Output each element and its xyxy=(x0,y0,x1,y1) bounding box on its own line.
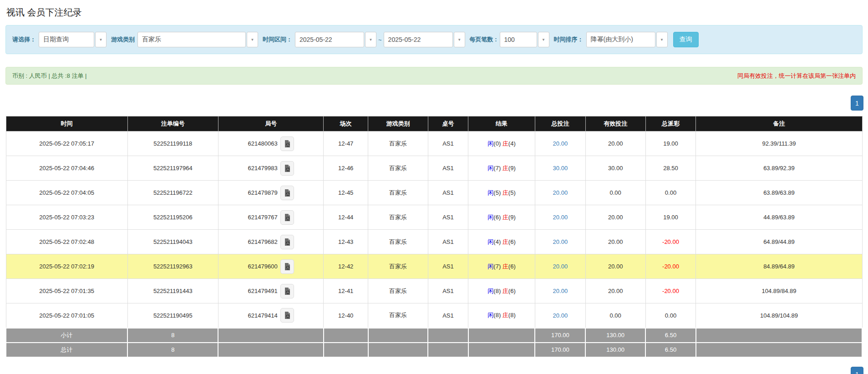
cell-round-id: 621479879 xyxy=(218,181,323,205)
cell-table-no: AS1 xyxy=(428,230,468,254)
footer-empty xyxy=(468,328,535,343)
video-replay-icon[interactable] xyxy=(280,308,294,323)
cell-total-bet: 20.00 xyxy=(535,181,585,205)
cell-total-bet: 20.00 xyxy=(535,279,585,303)
cell-table-no: AS1 xyxy=(428,131,468,156)
video-replay-icon[interactable] xyxy=(280,210,294,225)
column-header: 备注 xyxy=(696,116,862,131)
result-player-score: (8) xyxy=(493,288,503,294)
total-bet-link[interactable]: 20.00 xyxy=(553,140,568,147)
column-header: 注单编号 xyxy=(127,116,218,131)
cell-game-type: 百家乐 xyxy=(368,254,428,279)
table-row: 2025-05-22 07:01:05522521190495621479414… xyxy=(6,303,862,328)
total-bet-link[interactable]: 20.00 xyxy=(553,288,568,294)
cell-round-id: 621480063 xyxy=(218,131,323,156)
footer-empty xyxy=(218,343,323,357)
cell-session: 12-41 xyxy=(324,279,368,303)
query-button[interactable]: 查询 xyxy=(673,32,699,47)
cell-note: 44.89/63.89 xyxy=(696,205,862,230)
cell-payout: 19.00 xyxy=(645,131,696,156)
chevron-down-icon[interactable]: ▼ xyxy=(365,32,376,47)
cell-bet-id: 522521199118 xyxy=(127,131,218,156)
cell-table-no: AS1 xyxy=(428,303,468,328)
round-id-with-replay: 621479682 xyxy=(248,235,294,249)
cell-time: 2025-05-22 07:01:35 xyxy=(6,279,127,303)
page-size-value[interactable]: 100 xyxy=(500,32,537,47)
chevron-down-icon[interactable]: ▼ xyxy=(656,32,668,47)
page-1-button[interactable]: 1 xyxy=(851,96,863,111)
footer-valid-bet: 130.00 xyxy=(585,343,645,357)
total-bet-link[interactable]: 20.00 xyxy=(553,238,568,245)
range-separator: ~ xyxy=(378,36,382,43)
date-to-select[interactable]: 2025-05-22 ▼ xyxy=(384,32,465,47)
cell-round-id: 621479767 xyxy=(218,205,323,230)
chevron-down-icon[interactable]: ▼ xyxy=(454,32,465,47)
cell-session: 12-42 xyxy=(324,254,368,279)
chevron-down-icon[interactable]: ▼ xyxy=(95,32,107,47)
cell-bet-id: 522521197964 xyxy=(127,156,218,181)
cell-result: 闲(6) 庄(9) xyxy=(468,205,535,230)
total-bet-link[interactable]: 30.00 xyxy=(553,165,568,172)
cell-payout: 0.00 xyxy=(645,181,696,205)
query-type-select[interactable]: 日期查询 ▼ xyxy=(39,32,107,47)
total-bet-link[interactable]: 20.00 xyxy=(553,312,568,319)
total-bet-link[interactable]: 20.00 xyxy=(553,214,568,221)
round-id-with-replay: 621479983 xyxy=(248,161,294,176)
video-replay-icon[interactable] xyxy=(280,259,294,274)
total-bet-link[interactable]: 20.00 xyxy=(553,189,568,196)
video-replay-icon[interactable] xyxy=(280,235,294,249)
table-row: 2025-05-22 07:02:19522521192963621479600… xyxy=(6,254,862,279)
cell-time: 2025-05-22 07:01:05 xyxy=(6,303,127,328)
total-bet-link[interactable]: 20.00 xyxy=(553,263,568,270)
result-banker-label: 庄 xyxy=(503,165,508,172)
cell-game-type: 百家乐 xyxy=(368,205,428,230)
result-banker-label: 庄 xyxy=(503,238,508,245)
chevron-down-icon[interactable]: ▼ xyxy=(247,32,258,47)
table-row: 2025-05-22 07:05:17522521199118621480063… xyxy=(6,131,862,156)
result-banker-score: (9) xyxy=(508,214,516,221)
sort-value[interactable]: 降幂(由大到小) xyxy=(586,32,655,47)
round-id-text: 621479879 xyxy=(248,189,278,196)
result-banker-label: 庄 xyxy=(503,214,508,221)
page-1-button[interactable]: 1 xyxy=(851,367,863,374)
date-to-value[interactable]: 2025-05-22 xyxy=(384,32,453,47)
footer-payout: 6.50 xyxy=(645,343,696,357)
query-type-label: 请选择： xyxy=(12,35,36,44)
cell-note: 63.89/63.89 xyxy=(696,181,862,205)
sort-select[interactable]: 降幂(由大到小) ▼ xyxy=(586,32,668,47)
chevron-down-icon[interactable]: ▼ xyxy=(538,32,549,47)
cell-time: 2025-05-22 07:02:19 xyxy=(6,254,127,279)
filter-bar: 请选择： 日期查询 ▼ 游戏类别 百家乐 ▼ 时间区间： 2025-05-22 … xyxy=(5,25,863,54)
cell-table-no: AS1 xyxy=(428,205,468,230)
round-id-with-replay: 621479767 xyxy=(248,210,294,225)
query-type-value[interactable]: 日期查询 xyxy=(39,32,94,47)
cell-note: 104.89/84.89 xyxy=(696,279,862,303)
date-from-select[interactable]: 2025-05-22 ▼ xyxy=(295,32,376,47)
video-replay-icon[interactable] xyxy=(280,186,294,200)
footer-empty xyxy=(696,328,862,343)
footer-count: 8 xyxy=(127,343,218,357)
cell-note: 104.89/104.89 xyxy=(696,303,862,328)
round-id-text: 621479491 xyxy=(248,288,278,294)
video-replay-icon[interactable] xyxy=(280,136,294,151)
cell-table-no: AS1 xyxy=(428,254,468,279)
result-banker-score: (6) xyxy=(508,288,516,294)
result-player-label: 闲 xyxy=(487,288,493,294)
round-id-with-replay: 621479879 xyxy=(248,186,294,200)
video-replay-icon[interactable] xyxy=(280,161,294,176)
game-type-value[interactable]: 百家乐 xyxy=(137,32,246,47)
table-header-row: 时间注单编号局号场次游戏类别桌号结果总投注有效投注总派彩备注 xyxy=(6,116,862,131)
result-player-label: 闲 xyxy=(487,189,493,196)
cell-session: 12-46 xyxy=(324,156,368,181)
game-type-select[interactable]: 百家乐 ▼ xyxy=(137,32,258,47)
video-replay-icon[interactable] xyxy=(280,284,294,298)
sort-label: 时间排序： xyxy=(554,35,584,44)
cell-round-id: 621479983 xyxy=(218,156,323,181)
cell-payout: 19.00 xyxy=(645,205,696,230)
result-banker-score: (4) xyxy=(508,140,516,147)
date-from-value[interactable]: 2025-05-22 xyxy=(295,32,364,47)
bet-records-table: 时间注单编号局号场次游戏类别桌号结果总投注有效投注总派彩备注 2025-05-2… xyxy=(5,116,863,358)
result-banker-score: (8) xyxy=(508,312,516,318)
table-footer: 小计8170.00130.006.50总计8170.00130.006.50 xyxy=(6,328,862,357)
page-size-select[interactable]: 100 ▼ xyxy=(500,32,549,47)
